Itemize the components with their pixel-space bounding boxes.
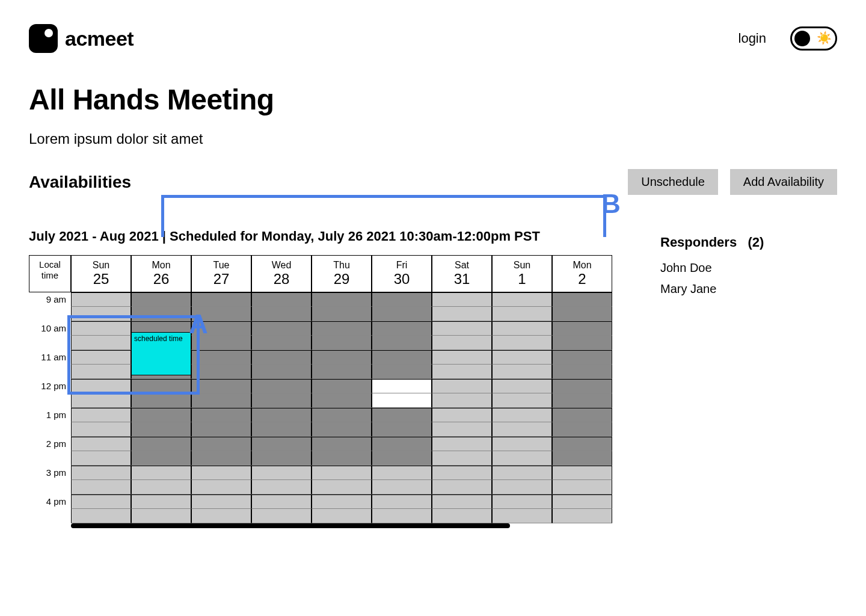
time-slot[interactable]: [312, 480, 372, 494]
time-slot[interactable]: [492, 379, 552, 393]
time-slot[interactable]: [131, 336, 191, 350]
time-slot[interactable]: [492, 321, 552, 336]
time-slot[interactable]: [432, 408, 492, 422]
time-slot[interactable]: [312, 307, 372, 321]
time-slot[interactable]: [432, 509, 492, 523]
time-slot[interactable]: [191, 365, 251, 379]
time-slot[interactable]: [372, 480, 432, 494]
time-slot[interactable]: [552, 365, 612, 379]
time-slot[interactable]: [492, 336, 552, 350]
time-slot[interactable]: [251, 451, 312, 466]
time-slot[interactable]: [312, 466, 372, 480]
responder-item[interactable]: John Doe: [660, 261, 764, 275]
time-slot[interactable]: [432, 422, 492, 437]
time-slot[interactable]: [131, 292, 191, 307]
time-slot[interactable]: [552, 393, 612, 408]
time-slot[interactable]: [71, 437, 131, 451]
time-slot[interactable]: [71, 365, 131, 379]
time-slot[interactable]: [372, 451, 432, 466]
time-slot[interactable]: [251, 350, 312, 365]
time-slot[interactable]: [131, 321, 191, 336]
time-slot[interactable]: [372, 509, 432, 523]
time-slot[interactable]: [372, 466, 432, 480]
time-slot[interactable]: [552, 494, 612, 509]
time-slot[interactable]: [432, 307, 492, 321]
time-slot[interactable]: [191, 379, 251, 393]
time-slot[interactable]: [71, 393, 131, 408]
time-slot[interactable]: [312, 408, 372, 422]
time-slot[interactable]: [251, 509, 312, 523]
time-slot[interactable]: [432, 494, 492, 509]
time-slot[interactable]: [131, 509, 191, 523]
time-slot[interactable]: [251, 379, 312, 393]
time-slot[interactable]: [131, 422, 191, 437]
time-slot[interactable]: [131, 350, 191, 365]
unschedule-button[interactable]: Unschedule: [628, 169, 718, 195]
time-slot[interactable]: [71, 494, 131, 509]
time-slot[interactable]: [432, 365, 492, 379]
time-slot[interactable]: [432, 466, 492, 480]
time-slot[interactable]: [312, 393, 372, 408]
time-slot[interactable]: [71, 422, 131, 437]
time-slot[interactable]: [251, 494, 312, 509]
time-slot[interactable]: [191, 350, 251, 365]
time-slot[interactable]: [191, 437, 251, 451]
time-slot[interactable]: [71, 509, 131, 523]
time-slot[interactable]: [372, 336, 432, 350]
time-slot[interactable]: [191, 509, 251, 523]
time-slot[interactable]: [312, 379, 372, 393]
time-slot[interactable]: [492, 480, 552, 494]
time-slot[interactable]: [191, 321, 251, 336]
time-slot[interactable]: [71, 480, 131, 494]
time-slot[interactable]: [131, 379, 191, 393]
time-slot[interactable]: [251, 292, 312, 307]
time-slot[interactable]: [432, 379, 492, 393]
time-slot[interactable]: [492, 494, 552, 509]
time-slot[interactable]: [552, 422, 612, 437]
time-slot[interactable]: [552, 379, 612, 393]
time-slot[interactable]: [432, 336, 492, 350]
time-slot[interactable]: [372, 365, 432, 379]
time-slot[interactable]: [492, 365, 552, 379]
time-slot[interactable]: [251, 336, 312, 350]
time-slot[interactable]: [552, 451, 612, 466]
time-slot[interactable]: [131, 365, 191, 379]
time-slot[interactable]: [552, 292, 612, 307]
time-slot[interactable]: [191, 494, 251, 509]
time-slot[interactable]: [71, 336, 131, 350]
time-slot[interactable]: [251, 480, 312, 494]
time-slot[interactable]: [71, 466, 131, 480]
time-slot[interactable]: [312, 292, 372, 307]
time-slot[interactable]: [372, 321, 432, 336]
time-slot[interactable]: [71, 350, 131, 365]
time-slot[interactable]: [552, 307, 612, 321]
time-slot[interactable]: [372, 379, 432, 393]
time-slot[interactable]: [432, 350, 492, 365]
time-slot[interactable]: [191, 393, 251, 408]
time-slot[interactable]: [552, 509, 612, 523]
add-availability-button[interactable]: Add Availability: [730, 169, 837, 195]
time-slot[interactable]: [432, 393, 492, 408]
logo[interactable]: acmeet: [29, 24, 134, 53]
time-slot[interactable]: [131, 408, 191, 422]
time-slot[interactable]: [372, 307, 432, 321]
time-slot[interactable]: [251, 321, 312, 336]
time-slot[interactable]: [372, 422, 432, 437]
responder-item[interactable]: Mary Jane: [660, 282, 764, 296]
time-slot[interactable]: [71, 408, 131, 422]
time-slot[interactable]: [312, 336, 372, 350]
time-slot[interactable]: [552, 437, 612, 451]
time-slot[interactable]: [131, 466, 191, 480]
time-slot[interactable]: [492, 437, 552, 451]
time-slot[interactable]: [432, 480, 492, 494]
time-slot[interactable]: [71, 307, 131, 321]
time-slot[interactable]: [372, 494, 432, 509]
time-slot[interactable]: [251, 466, 312, 480]
time-slot[interactable]: [372, 350, 432, 365]
time-slot[interactable]: [432, 437, 492, 451]
time-slot[interactable]: [492, 292, 552, 307]
time-slot[interactable]: [492, 350, 552, 365]
time-slot[interactable]: [372, 437, 432, 451]
calendar-grid[interactable]: Local timeSun25Mon26Tue27Wed28Thu29Fri30…: [29, 255, 612, 523]
time-slot[interactable]: [312, 437, 372, 451]
